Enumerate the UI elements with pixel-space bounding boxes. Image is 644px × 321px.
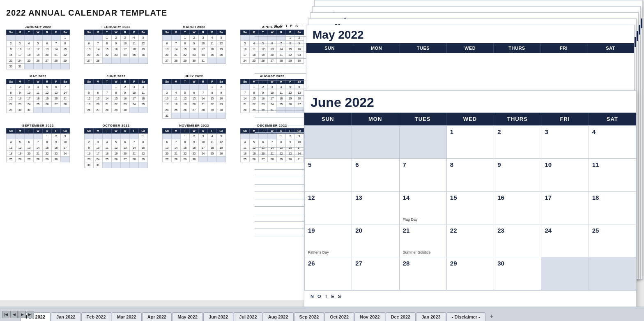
mini-cal-day: 21 xyxy=(52,52,61,58)
mini-cal-header: Sa xyxy=(217,79,226,84)
mini-cal-day: 5 xyxy=(217,35,226,41)
mini-cal-header: F xyxy=(130,30,139,35)
mini-cal-day: 1 xyxy=(112,84,121,90)
mini-cal-day: 12 xyxy=(112,145,121,151)
sheet-tab-may-2022[interactable]: May 2022 xyxy=(172,312,203,321)
june-event: Flag Day xyxy=(403,217,418,222)
mini-cal-day: 5 xyxy=(85,90,94,96)
sheet-tab-nov-2022[interactable]: Nov 2022 xyxy=(354,312,385,321)
june-col-header: TUES xyxy=(399,113,446,125)
mini-cal-day: 7 xyxy=(172,41,181,46)
sheet-tab-jul-2022[interactable]: Jul 2022 xyxy=(234,312,262,321)
sheet-tab-mar-2022[interactable]: Mar 2022 xyxy=(112,312,142,321)
mini-cal-day: 12 xyxy=(217,41,226,46)
june-col-header: FRI xyxy=(541,113,589,125)
june-cell xyxy=(305,126,352,159)
june-cell: 18 xyxy=(589,192,636,224)
mini-cal-day: 12 xyxy=(181,96,190,102)
mini-cal-day: 8 xyxy=(181,139,190,145)
sheet-tab-jan-2023[interactable]: Jan 2023 xyxy=(416,312,446,321)
mini-cal-day: 2 xyxy=(121,84,130,90)
june-cell: 29 xyxy=(447,257,494,290)
june-cell: 7 xyxy=(400,159,447,192)
sheet-tab-jun-2022[interactable]: Jun 2022 xyxy=(203,312,233,321)
mini-cal-title: SEPTEMBER 2022 xyxy=(6,124,70,127)
mini-cal-day: 29 xyxy=(43,157,52,162)
mini-cal-day xyxy=(163,134,172,139)
sheet-tab-apr-2022[interactable]: Apr 2022 xyxy=(142,312,172,321)
tab-container: Full 2022Jan 2022Feb 2022Mar 2022Apr 202… xyxy=(21,311,497,321)
mini-cal-day: 4 xyxy=(130,35,139,41)
june-day-number: 21 xyxy=(403,227,443,234)
june-cell: 11 xyxy=(589,159,636,192)
mini-cal-day: 27 xyxy=(25,157,34,162)
mini-cal-day: 20 xyxy=(163,52,172,58)
sheet-tab-sep-2022[interactable]: Sep 2022 xyxy=(294,312,324,321)
mini-cal-july-2022: JULY 2022SuMTWRFSa1234567891011121314151… xyxy=(162,74,226,119)
mini-cal-day: 30 xyxy=(85,162,94,168)
sheet-tab-aug-2022[interactable]: Aug 2022 xyxy=(263,312,294,321)
june-cell: 27 xyxy=(352,257,399,290)
mini-cal-header: Sa xyxy=(139,30,148,35)
mini-cal-day: 1 xyxy=(139,134,148,139)
mini-cal-day: 19 xyxy=(139,46,148,52)
mini-cal-day: 17 xyxy=(61,145,70,151)
mini-cal-day: 6 xyxy=(43,41,52,46)
mini-cal-header: Sa xyxy=(139,129,148,134)
mini-cal-day: 20 xyxy=(52,96,61,102)
mini-cal-header: R xyxy=(199,79,208,84)
mini-cal-day: 16 xyxy=(52,145,61,151)
mini-cal-day: 29 xyxy=(61,58,70,64)
mini-cal-day: 8 xyxy=(208,90,217,96)
sheet-tab-jan-2022[interactable]: Jan 2022 xyxy=(51,312,80,321)
mini-cal-day: 28 xyxy=(172,58,181,64)
tab-nav-first[interactable]: |◀ xyxy=(2,311,9,318)
mini-cal-day: 11 xyxy=(34,90,43,96)
sheet-tab-oct-2022[interactable]: Oct 2022 xyxy=(324,312,354,321)
mini-cal-day: 28 xyxy=(130,157,139,162)
mini-cal-day: 13 xyxy=(190,96,199,102)
mini-cal-header: T xyxy=(25,129,34,134)
mini-cal-day: 3 xyxy=(121,35,130,41)
mini-cal-day: 25 xyxy=(7,157,16,162)
mini-cal-day: 22 xyxy=(181,151,190,157)
mini-cal-day xyxy=(7,134,16,139)
mini-cal-day: 22 xyxy=(61,52,70,58)
sheet-tab---disclaimer--[interactable]: - Disclaimer - xyxy=(446,312,485,321)
tab-nav-last[interactable]: ▶| xyxy=(27,311,34,318)
mini-cal-day: 9 xyxy=(52,139,61,145)
tab-add-button[interactable]: + xyxy=(487,311,497,321)
mini-cal-day xyxy=(94,134,103,139)
june-title: June 2022 xyxy=(304,91,636,113)
mini-cal-day: 26 xyxy=(217,151,226,157)
mini-cal-header: Sa xyxy=(61,30,70,35)
sheet-tab-dec-2022[interactable]: Dec 2022 xyxy=(386,312,416,321)
tab-nav-next[interactable]: ▶ xyxy=(18,311,26,318)
mini-cal-day: 13 xyxy=(121,145,130,151)
mini-cal-header: Su xyxy=(7,79,16,84)
tab-nav[interactable]: |◀ ◀ ▶ ▶| xyxy=(2,311,34,318)
tab-bar: |◀ ◀ ▶ ▶| Full 2022Jan 2022Feb 2022Mar 2… xyxy=(0,307,644,321)
mini-cal-header: Sa xyxy=(217,30,226,35)
mini-cal-day: 16 xyxy=(112,46,121,52)
june-event: Father's Day xyxy=(308,250,329,254)
june-day-number: 14 xyxy=(403,194,443,201)
june-cell: 9 xyxy=(494,159,541,192)
june-cell: 16 xyxy=(494,192,541,224)
mini-cal-day xyxy=(43,35,52,41)
mini-cal-day: 14 xyxy=(94,46,103,52)
tab-nav-prev[interactable]: ◀ xyxy=(10,311,18,318)
mini-cal-day: 19 xyxy=(43,96,52,102)
mini-cal-day: 30 xyxy=(16,107,25,113)
mini-cal-header: F xyxy=(208,30,217,35)
mini-cal-day xyxy=(130,58,139,64)
mini-cal-day: 6 xyxy=(25,139,34,145)
mini-cal-day xyxy=(34,107,43,113)
june-cell: 1 xyxy=(447,126,494,159)
mini-cal-day: 8 xyxy=(139,139,148,145)
mini-cal-header: Su xyxy=(163,79,172,84)
mini-cal-day: 20 xyxy=(190,102,199,107)
sheet-tab-feb-2022[interactable]: Feb 2022 xyxy=(81,312,111,321)
mini-cal-day: 18 xyxy=(208,46,217,52)
mini-cal-day xyxy=(94,84,103,90)
